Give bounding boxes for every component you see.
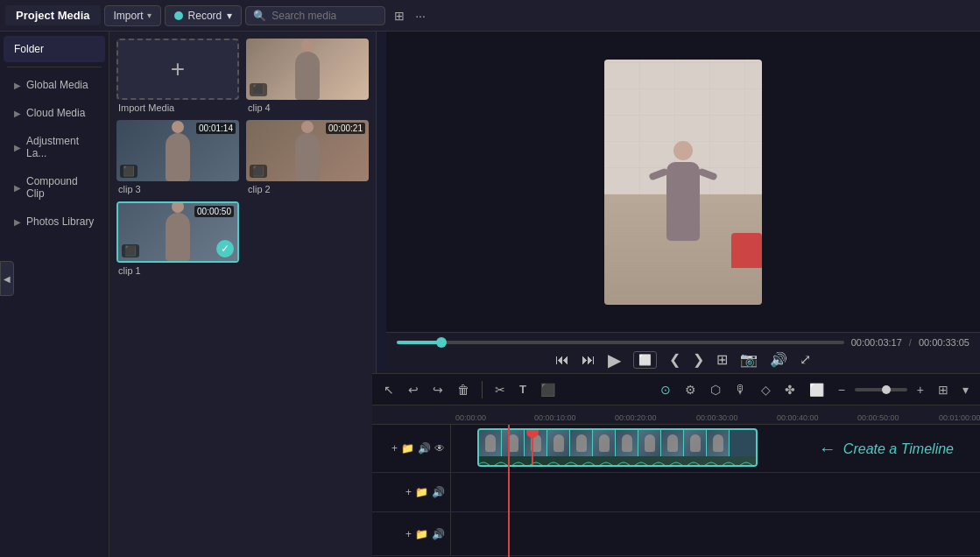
clip2-duration: 00:00:21 <box>326 123 365 134</box>
record-audio-button[interactable]: 🎙 <box>730 380 751 399</box>
total-time: 00:00:33:05 <box>919 337 969 348</box>
clip-icon: ⬛ <box>250 83 267 96</box>
film-frame <box>547 430 570 456</box>
text-button[interactable]: T <box>515 380 531 398</box>
undo-button[interactable]: ↩ <box>404 380 423 399</box>
cut-button[interactable]: ✂ <box>490 380 510 399</box>
sofa-shape <box>731 233 762 268</box>
preview-video-container <box>386 32 980 332</box>
keyframe-button[interactable]: ◇ <box>757 380 775 399</box>
clip-select-button[interactable]: ⬡ <box>706 380 725 399</box>
layout-button[interactable]: ▾ <box>958 380 973 399</box>
overlay-button[interactable]: ⬛ <box>536 380 560 399</box>
track-row-video: + 📁 🔊 👁 <box>372 425 980 473</box>
zoom-slider[interactable] <box>855 388 907 391</box>
timeline-area: ↖ ↩ ↪ 🗑 ✂ T ⬛ ⊙ ⚙ ⬡ 🎙 ◇ ✤ ⬜ − <box>372 373 980 557</box>
skip-back-button[interactable]: ⏮ <box>555 353 569 367</box>
sidebar-item-adjustment[interactable]: ▶ Adjustment La... <box>4 128 105 166</box>
track-eye-icon[interactable]: 👁 <box>434 442 445 455</box>
clip3-thumb[interactable]: 00:01:14 ⬛ <box>116 120 239 181</box>
track-add-icon[interactable]: + <box>391 442 398 455</box>
split-button[interactable]: ⬜ <box>805 380 828 399</box>
clip1-duration: 00:00:50 <box>194 206 234 217</box>
transform-button[interactable]: ✤ <box>780 380 800 399</box>
import-label: Import <box>114 10 144 22</box>
top-bar-icons: ⊞ ··· <box>392 7 427 25</box>
clip1-thumb[interactable]: 00:00:50 ⬛ ✓ <box>116 201 239 263</box>
sidebar-item-cloud-media[interactable]: ▶ Cloud Media <box>4 100 105 126</box>
import-button[interactable]: Import ▾ <box>104 5 161 26</box>
filter-icon[interactable]: ⊞ <box>392 7 406 25</box>
progress-bar[interactable] <box>397 341 844 344</box>
mark-in-button[interactable]: ❮ <box>669 353 680 367</box>
step-back-button[interactable]: ⏭ <box>582 353 596 367</box>
delete-button[interactable]: 🗑 <box>453 380 474 399</box>
more-options-icon[interactable]: ··· <box>413 7 427 25</box>
clip-icon: ⬛ <box>120 165 137 178</box>
annotation-text: Create a Timeline <box>843 441 954 456</box>
track-folder-icon[interactable]: 📁 <box>415 528 428 540</box>
person-shape <box>295 52 320 100</box>
timeline-annotation: ← Create a Timeline <box>819 439 954 459</box>
grid-view-button[interactable]: ⊞ <box>934 380 953 399</box>
track-add-icon[interactable]: + <box>405 528 412 540</box>
playhead-line <box>508 425 510 557</box>
media-item-clip1[interactable]: 00:00:50 ⬛ ✓ clip 1 <box>116 201 239 276</box>
zoom-out-button[interactable]: − <box>834 380 850 399</box>
search-bar[interactable]: 🔍 <box>245 6 385 25</box>
select-tool-button[interactable]: ↖ <box>379 380 398 399</box>
film-frame <box>707 430 730 456</box>
media-item-clip3[interactable]: 00:01:14 ⬛ clip 3 <box>116 120 239 194</box>
snapshot-button[interactable]: 📷 <box>740 353 758 367</box>
mark-out-button[interactable]: ❯ <box>693 353 704 367</box>
clip4-thumb[interactable]: ⬛ <box>246 39 369 100</box>
arrow-icon: ▶ <box>14 143 21 152</box>
toolbar-sep <box>482 381 483 398</box>
progress-thumb[interactable] <box>436 337 447 348</box>
record-button[interactable]: Record ▾ <box>165 5 243 26</box>
annotation-arrow-icon: ← <box>819 439 836 459</box>
ruler-mark-4: 00:00:40:00 <box>777 413 819 422</box>
track-folder-icon[interactable]: 📁 <box>401 442 414 455</box>
zoom-in-button[interactable]: + <box>913 380 928 399</box>
track-add-icon[interactable]: + <box>405 486 412 498</box>
film-frame <box>502 430 525 456</box>
arrow-icon: ▶ <box>14 183 21 193</box>
import-thumb[interactable]: + <box>116 39 239 100</box>
track-audio-icon2[interactable]: 🔊 <box>432 528 445 540</box>
ruler-mark-3: 00:00:30:00 <box>696 413 738 422</box>
sidebar-photos-label: Photos Library <box>26 215 94 228</box>
expand-button[interactable]: ⤢ <box>800 353 811 367</box>
search-icon: 🔍 <box>253 10 266 22</box>
frame-button[interactable]: ⬜ <box>633 351 657 369</box>
track-folder-icon[interactable]: 📁 <box>415 486 428 498</box>
sidebar-item-folder[interactable]: Folder <box>4 36 105 62</box>
video-clip[interactable] <box>477 428 758 467</box>
track-scrubber[interactable] <box>532 428 533 467</box>
clip2-label: clip 2 <box>246 184 369 194</box>
filmstrip <box>479 430 756 456</box>
clip-btn[interactable]: ⊞ <box>716 353 728 367</box>
sidebar-global-label: Global Media <box>26 79 88 91</box>
media-item-clip4[interactable]: ⬛ clip 4 <box>246 39 369 113</box>
track-audio-icon[interactable]: 🔊 <box>418 442 431 455</box>
clip2-thumb[interactable]: 00:00:21 ⬛ <box>246 120 369 181</box>
play-button[interactable]: ▶ <box>608 351 621 369</box>
sidebar-item-compound[interactable]: ▶ Compound Clip <box>4 168 105 207</box>
redo-button[interactable]: ↪ <box>428 380 448 399</box>
media-item-import[interactable]: + Import Media <box>116 39 239 113</box>
clip1-label: clip 1 <box>116 265 239 276</box>
magnet-button[interactable]: ⊙ <box>656 380 675 399</box>
media-item-clip2[interactable]: 00:00:21 ⬛ clip 2 <box>246 120 369 194</box>
sidebar-item-photos[interactable]: ▶ Photos Library <box>4 208 105 235</box>
record-chevron: ▾ <box>227 10 232 22</box>
sidebar-item-global-media[interactable]: ▶ Global Media <box>4 72 105 98</box>
fx-settings-button[interactable]: ⚙ <box>680 380 701 399</box>
track-row-empty: + 📁 🔊 <box>372 512 980 556</box>
current-time: 00:00:03:17 <box>851 337 902 348</box>
timeline-ruler: 00:00:00 00:00:10:00 00:00:20:00 00:00:3… <box>372 405 980 425</box>
track-audio-mute-icon[interactable]: 🔊 <box>432 486 445 498</box>
progress-fill <box>397 341 441 344</box>
search-input[interactable] <box>271 10 377 22</box>
audio-btn[interactable]: 🔊 <box>770 353 787 367</box>
